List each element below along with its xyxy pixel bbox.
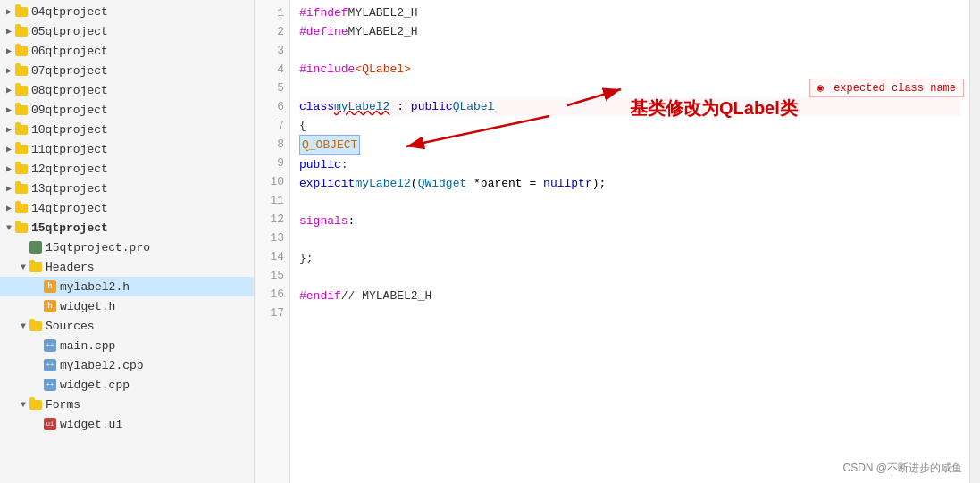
chevron-icon — [18, 400, 29, 410]
tree-item-06qtproject[interactable]: 06qtproject — [0, 41, 254, 61]
line-number-7: 7 — [255, 116, 284, 135]
code-line-1: #ifndef MYLABEL2_H — [299, 4, 960, 22]
code-line-10: explicit myLabel2(QWidget *parent = null… — [299, 174, 960, 193]
ui-file-icon: ui — [43, 417, 57, 431]
line-number-2: 2 — [255, 22, 284, 41]
error-circle-icon: ◉ — [817, 82, 824, 95]
code-line-13 — [299, 230, 960, 249]
line-number-14: 14 — [255, 247, 284, 266]
tree-item-label: 04qtproject — [31, 5, 108, 19]
tree-item-headers[interactable]: Headers — [0, 257, 254, 277]
line-number-13: 13 — [255, 229, 284, 247]
tree-item-mylabel2_cpp[interactable]: ++mylabel2.cpp — [0, 355, 254, 375]
h-file-icon: h — [43, 299, 57, 313]
tree-item-15qtproject[interactable]: 15qtproject — [0, 218, 254, 237]
folder-icon — [14, 221, 29, 235]
tree-item-label: 14qtproject — [31, 202, 108, 215]
error-message-box: ◉ expected class name — [809, 79, 964, 97]
vertical-scrollbar[interactable] — [969, 0, 980, 483]
line-number-1: 1 — [255, 4, 284, 22]
tree-item-label: main.cpp — [60, 339, 115, 353]
cpp-file-icon: ++ — [43, 378, 57, 392]
code-content[interactable]: #ifndef MYLABEL2_H#define MYLABEL2_H #in… — [290, 0, 969, 483]
line-number-16: 16 — [255, 285, 284, 304]
tree-item-label: Headers — [46, 261, 95, 274]
cpp-file-icon: ++ — [43, 358, 57, 372]
code-line-3 — [299, 41, 960, 60]
chevron-icon — [4, 183, 14, 194]
tree-item-widget_ui[interactable]: uiwidget.ui — [0, 414, 254, 434]
folder-icon — [14, 162, 29, 176]
line-number-17: 17 — [255, 304, 284, 322]
tree-item-label: 15qtproject.pro — [46, 241, 150, 254]
tree-item-label: widget.ui — [60, 418, 122, 431]
tree-item-label: 15qtproject — [31, 221, 108, 235]
folder-icon — [14, 83, 29, 97]
h-file-icon: h — [43, 279, 57, 294]
chevron-icon — [18, 321, 29, 331]
tree-item-13qtproject[interactable]: 13qtproject — [0, 179, 254, 198]
tree-item-label: 11qtproject — [31, 143, 108, 156]
line-number-9: 9 — [255, 154, 284, 172]
tree-item-12qtproject[interactable]: 12qtproject — [0, 159, 254, 179]
code-line-14: }; — [299, 249, 960, 268]
tree-item-main_cpp[interactable]: ++main.cpp — [0, 336, 254, 355]
chevron-icon — [4, 46, 14, 56]
tree-item-label: widget.h — [60, 300, 115, 313]
tree-item-11qtproject[interactable]: 11qtproject — [0, 139, 254, 159]
tree-item-sources[interactable]: Sources — [0, 316, 254, 336]
tree-item-04qtproject[interactable]: 04qtproject — [0, 2, 254, 21]
chevron-icon — [4, 124, 14, 135]
error-message-text: expected class name — [833, 82, 956, 95]
tree-item-15qtproject_pro[interactable]: 15qtproject.pro — [0, 237, 254, 257]
code-line-8: Q_OBJECT — [299, 135, 960, 155]
tree-item-05qtproject[interactable]: 05qtproject — [0, 21, 254, 41]
folder-icon — [29, 397, 43, 412]
code-line-16: #endif // MYLABEL2_H — [299, 287, 960, 305]
tree-item-label: 12qtproject — [31, 162, 108, 176]
folder-icon — [14, 24, 29, 38]
code-line-4: #include <QLabel> — [299, 60, 960, 79]
folder-icon — [14, 201, 29, 215]
watermark: CSDN @不断进步的咸鱼 — [842, 461, 962, 476]
code-editor: 1234567891011121314151617 #ifndef MYLABE… — [255, 0, 980, 483]
code-line-12: signals: — [299, 212, 960, 230]
tree-item-mylabel2_h[interactable]: hmylabel2.h — [0, 277, 254, 296]
tree-item-09qtproject[interactable]: 09qtproject — [0, 100, 254, 120]
chevron-icon — [4, 223, 14, 233]
folder-icon — [14, 181, 29, 196]
tree-item-forms[interactable]: Forms — [0, 395, 254, 414]
pro-file-icon — [29, 240, 43, 254]
chevron-icon — [4, 203, 14, 213]
folder-icon — [14, 122, 29, 137]
chevron-icon — [4, 65, 14, 76]
cpp-file-icon: ++ — [43, 338, 57, 353]
annotation-text: 基类修改为QLabel类 — [630, 96, 798, 121]
folder-icon — [14, 63, 29, 78]
tree-item-widget_cpp[interactable]: ++widget.cpp — [0, 375, 254, 395]
code-line-2: #define MYLABEL2_H — [299, 22, 960, 41]
tree-item-label: Forms — [46, 398, 80, 412]
tree-item-10qtproject[interactable]: 10qtproject — [0, 120, 254, 139]
folder-icon — [14, 44, 29, 58]
tree-item-label: 13qtproject — [31, 182, 108, 196]
tree-item-08qtproject[interactable]: 08qtproject — [0, 80, 254, 100]
folder-icon — [14, 4, 29, 19]
code-line-15 — [299, 268, 960, 287]
code-line-11 — [299, 193, 960, 212]
line-number-12: 12 — [255, 210, 284, 229]
tree-item-14qtproject[interactable]: 14qtproject — [0, 198, 254, 218]
chevron-icon — [4, 85, 14, 96]
tree-item-07qtproject[interactable]: 07qtproject — [0, 61, 254, 80]
tree-item-widget_h[interactable]: hwidget.h — [0, 296, 254, 316]
file-tree[interactable]: 04qtproject05qtproject06qtproject07qtpro… — [0, 0, 255, 483]
folder-icon — [29, 260, 43, 274]
line-number-6: 6 — [255, 97, 284, 116]
chevron-icon — [18, 262, 29, 272]
code-line-9: public: — [299, 155, 960, 174]
chevron-icon — [4, 26, 14, 37]
line-number-15: 15 — [255, 266, 284, 285]
tree-item-label: 06qtproject — [31, 45, 108, 58]
line-number-4: 4 — [255, 60, 284, 79]
folder-icon — [14, 142, 29, 156]
